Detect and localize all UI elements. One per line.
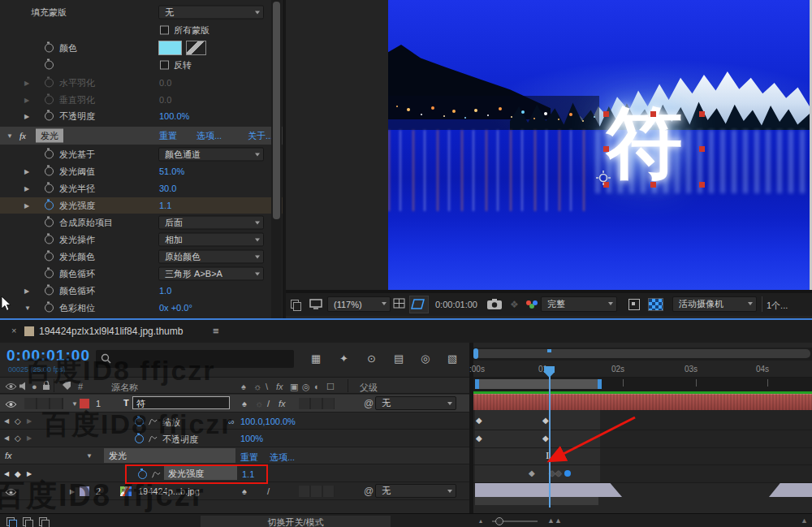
prev-keyframe-icon[interactable]: ◀ (4, 470, 9, 477)
scrollbar-thumb[interactable] (273, 2, 280, 219)
zoom-slider-knob[interactable] (495, 517, 503, 525)
magnification-dropdown[interactable]: (117%) (327, 296, 391, 312)
transparency-grid-icon[interactable] (648, 298, 663, 311)
eye-icon[interactable] (5, 400, 17, 408)
layer-bar-image-tail[interactable] (769, 483, 812, 497)
property-value[interactable]: 1.0 (159, 286, 171, 296)
stopwatch-icon-active[interactable] (135, 417, 144, 426)
target-region-icon[interactable] (628, 299, 640, 310)
expand-transfer-controls-icon[interactable] (23, 517, 31, 526)
effect-row-glow[interactable]: fx ▼ 发光 重置 选项... (0, 447, 473, 464)
reset-link[interactable]: 重置 (240, 451, 258, 464)
property-row-opacity[interactable]: ◀ ◇ ▶ 不透明度 100% (0, 430, 473, 447)
property-value[interactable]: 30.0 (159, 184, 176, 193)
anchor-point-icon[interactable] (596, 171, 611, 185)
mode-cells[interactable] (299, 486, 335, 497)
next-keyframe-icon[interactable]: ▶ (27, 470, 32, 477)
stopwatch-icon[interactable] (45, 150, 54, 159)
expand-layer-icon[interactable]: ▶ (70, 488, 75, 495)
next-keyframe-icon[interactable]: ▶ (27, 417, 32, 425)
glow-colors-dropdown[interactable]: 原始颜色 (158, 250, 264, 264)
pickwhip-icon[interactable]: @ (364, 398, 374, 409)
property-value[interactable]: 0x +0.0° (159, 303, 192, 313)
active-camera-dropdown[interactable]: 活动摄像机 (672, 296, 757, 312)
zoom-in-icon[interactable]: ▲▲ (547, 516, 562, 525)
shy-layers-icon[interactable]: ⊙ (367, 352, 376, 365)
panel-resize-icon[interactable]: ▲ (801, 516, 808, 525)
composite-original-dropdown[interactable]: 后面 (158, 216, 264, 230)
property-value[interactable]: 51.0% (159, 166, 184, 176)
region-of-interest-icon[interactable] (409, 296, 429, 313)
options-link[interactable]: 选项... (270, 451, 295, 464)
fx-switch-icon[interactable]: fx (279, 399, 286, 408)
scrollbar-track[interactable] (271, 0, 282, 319)
color-looping-dropdown[interactable]: 三角形 A>B>A (158, 267, 264, 281)
work-area-start-handle[interactable] (475, 379, 479, 389)
show-snapshot-icon[interactable]: ❖ (510, 299, 519, 310)
scale-value[interactable]: 100.0,100.0% (240, 417, 296, 426)
eye-icon[interactable] (5, 488, 17, 496)
property-value[interactable]: 1.1 (159, 201, 171, 210)
glow-text-overlay[interactable]: 符 (606, 101, 683, 185)
layer-row-text[interactable]: ▼ 1 T 符 ♠☼/fx @ 无 (0, 395, 473, 413)
panel-divider[interactable] (283, 0, 286, 319)
source-name-column[interactable]: 源名称 (111, 382, 138, 394)
property-value[interactable]: 0.0 (159, 78, 171, 88)
eyedropper-icon[interactable] (186, 41, 206, 55)
timeline-navigator[interactable] (473, 348, 812, 361)
expand-in-out-panes-icon[interactable] (39, 517, 47, 526)
prev-keyframe-icon[interactable]: ◀ (4, 417, 9, 425)
expand-arrow-icon[interactable]: ▶ (24, 185, 29, 192)
parent-dropdown[interactable]: 无 (375, 396, 456, 410)
toggle-switches-modes-button[interactable]: 切换开关/模式 (201, 516, 391, 527)
constrain-link-icon[interactable]: ∞ (228, 417, 235, 426)
current-timecode[interactable]: 0:00:01:00 (6, 347, 90, 365)
about-link[interactable]: 关于... (248, 130, 273, 142)
layer-row-image[interactable]: ▶ 2 194424p...b.jpg ♠/ @ 无 (0, 482, 473, 500)
stopwatch-icon[interactable] (45, 270, 54, 279)
property-value[interactable]: 0.0 (159, 95, 171, 105)
stopwatch-icon[interactable] (45, 61, 54, 70)
keyframe-diamond[interactable]: ◆ (476, 416, 482, 425)
graph-editor-icon[interactable]: ▧ (447, 352, 457, 365)
pickwhip-icon[interactable]: @ (364, 486, 374, 497)
parent-column[interactable]: 父级 (360, 382, 378, 394)
viewer-timecode[interactable]: 0:00:01:00 (435, 300, 477, 309)
stopwatch-icon[interactable] (45, 304, 54, 313)
motion-blur-icon[interactable]: ◎ (421, 352, 430, 365)
selection-handle[interactable] (699, 111, 705, 117)
all-masks-checkbox[interactable] (160, 26, 169, 35)
fill-mask-dropdown[interactable]: 无 (158, 6, 264, 19)
layer-name[interactable]: 194424p...b.jpg (138, 486, 200, 496)
navigator-track[interactable] (475, 349, 810, 358)
property-label[interactable]: 不透明度 (162, 434, 198, 446)
expand-arrow-icon[interactable]: ▶ (24, 80, 29, 87)
av-switch-cells[interactable] (24, 398, 63, 409)
effect-name-chip[interactable]: 发光 (104, 448, 235, 463)
zoom-out-icon[interactable]: ▴ (479, 517, 482, 525)
parent-dropdown[interactable]: 无 (375, 484, 456, 498)
stopwatch-icon[interactable] (45, 218, 54, 227)
view-layout-dropdown[interactable]: 1个... (767, 300, 788, 312)
selection-handle[interactable] (603, 111, 609, 117)
label-color-lavender[interactable] (80, 486, 89, 496)
comp-flowchart-icon[interactable]: ▦ (311, 352, 321, 365)
tab-title[interactable]: 194424pzlx1xl9l41lif84.jpg.thumb (39, 326, 183, 337)
glow-based-on-dropdown[interactable]: 颜色通道 (158, 148, 264, 162)
layer-switches[interactable]: ☼ (255, 399, 263, 408)
mode-cells[interactable] (299, 398, 335, 409)
stopwatch-icon[interactable] (45, 96, 54, 105)
snapshot-camera-icon[interactable] (486, 298, 503, 310)
expand-arrow-icon[interactable]: ▶ (24, 97, 29, 104)
color-swatch[interactable] (158, 41, 182, 55)
property-value[interactable]: 100.0% (159, 111, 189, 121)
add-keyframe-icon[interactable]: ◇ (15, 417, 21, 425)
expand-arrow-icon[interactable]: ▶ (24, 202, 29, 210)
expand-layer-icon[interactable]: ▼ (71, 400, 78, 408)
stopwatch-icon[interactable] (45, 79, 54, 88)
selection-handle[interactable] (699, 146, 705, 152)
draft-3d-icon[interactable]: ✦ (339, 352, 348, 365)
expand-layer-switches-icon[interactable] (6, 517, 15, 526)
add-keyframe-icon[interactable]: ◆ (15, 469, 21, 478)
stopwatch-icon-active[interactable] (135, 434, 144, 443)
